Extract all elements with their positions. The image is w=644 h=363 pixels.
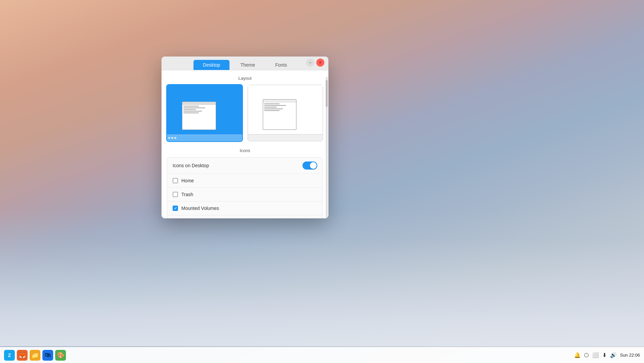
taskbar-files[interactable]: 📁: [30, 350, 40, 361]
taskbar-firefox[interactable]: 🦊: [17, 350, 28, 361]
firefox-icon: 🦊: [19, 352, 26, 359]
layout-mini-content: [182, 105, 216, 114]
window-controls: – ✕: [306, 59, 324, 68]
dialog-tabs: Desktop Theme Fonts: [166, 60, 324, 70]
close-button[interactable]: ✕: [316, 59, 324, 67]
tab-theme[interactable]: Theme: [231, 60, 264, 70]
layout-options: [167, 85, 323, 141]
icons-on-desktop-row: Icons on Desktop: [167, 157, 323, 174]
taskbar-store[interactable]: 🛍: [42, 350, 53, 361]
volume-icon[interactable]: 🔊: [610, 352, 617, 358]
home-checkbox[interactable]: [173, 178, 178, 183]
mini-line-3: [183, 109, 196, 110]
mounted-volumes-label: Mounted Volumes: [181, 206, 219, 211]
layout-blue-preview: [167, 85, 242, 141]
trash-checkbox-row: Trash: [167, 188, 323, 202]
layout-section-label: Layout: [167, 76, 323, 81]
white-mini-line-5: [264, 110, 280, 111]
mini-taskbar-dot-1: [168, 137, 170, 139]
home-label: Home: [181, 178, 194, 183]
mounted-volumes-checkbox-row: Mounted Volumes: [167, 202, 323, 215]
dialog-scrollbar[interactable]: [326, 77, 328, 218]
layout-white-mini-content: [263, 102, 296, 112]
taskbar: Z 🦊 📁 🛍 🎨 🔔 ⬡ ⬜ ⬇ 🔊 Sun 22:06: [0, 347, 644, 363]
layout-mini-taskbar: [167, 135, 242, 141]
layout-preview-no-panel[interactable]: [248, 85, 323, 141]
white-mini-line-4: [264, 108, 283, 109]
marks-icon: 🎨: [57, 352, 64, 359]
trash-checkbox[interactable]: [173, 192, 178, 197]
screen-icon[interactable]: ⬜: [592, 352, 599, 358]
icons-section-label: Icons: [167, 148, 323, 153]
dialog-titlebar: Desktop Theme Fonts – ✕: [162, 57, 328, 70]
mini-taskbar-dot-3: [174, 137, 176, 139]
taskbar-clock: Sun 22:06: [620, 353, 640, 358]
white-mini-line-3: [264, 107, 277, 108]
icons-section: Icons on Desktop Home Trash Mounted Volu…: [167, 157, 323, 218]
taskbar-left: Z 🦊 📁 🛍 🎨: [4, 350, 574, 361]
white-mini-line-2: [264, 105, 286, 106]
tab-desktop[interactable]: Desktop: [193, 60, 229, 70]
preferences-dialog: Desktop Theme Fonts – ✕ Layout: [162, 57, 328, 218]
home-checkbox-row: Home: [167, 174, 323, 188]
white-mini-line-1: [264, 103, 280, 104]
desktop-overlay: [0, 212, 644, 346]
layout-white-preview: [248, 85, 323, 141]
notification-bell-icon[interactable]: 🔔: [574, 352, 581, 358]
layout-preview-panel[interactable]: [167, 85, 242, 141]
mini-line-4: [183, 111, 202, 112]
scrollbar-thumb: [326, 80, 328, 107]
files-icon: 📁: [31, 352, 39, 359]
mini-line-1: [183, 106, 199, 107]
toggle-knob: [310, 162, 317, 169]
icons-on-desktop-label: Icons on Desktop: [173, 163, 209, 168]
taskbar-zorin-menu[interactable]: Z: [4, 350, 15, 361]
layout-white-mini-titlebar: [263, 100, 296, 102]
mini-taskbar-dot-2: [171, 137, 173, 139]
zorin-icon: Z: [8, 353, 11, 358]
mini-line-5: [183, 112, 199, 113]
icons-on-desktop-toggle[interactable]: [302, 161, 317, 170]
filesystem-checkbox-row: Filesystem: [167, 215, 323, 218]
taskbar-marks[interactable]: 🎨: [55, 350, 66, 361]
bluetooth-icon[interactable]: ⬡: [584, 352, 589, 358]
mounted-volumes-checkbox[interactable]: [173, 206, 178, 211]
dialog-body: Layout: [162, 70, 328, 218]
minimize-button[interactable]: –: [306, 59, 314, 67]
mini-line-2: [183, 107, 205, 108]
layout-white-mini-window: [263, 99, 296, 130]
layout-mini-window: [182, 102, 216, 130]
tab-fonts[interactable]: Fonts: [266, 60, 296, 70]
taskbar-right: 🔔 ⬡ ⬜ ⬇ 🔊 Sun 22:06: [574, 352, 640, 358]
layout-white-mini-taskbar: [248, 134, 323, 141]
trash-label: Trash: [181, 192, 193, 197]
store-icon: 🛍: [45, 352, 51, 359]
download-icon[interactable]: ⬇: [602, 352, 607, 358]
layout-mini-titlebar: [182, 102, 216, 105]
